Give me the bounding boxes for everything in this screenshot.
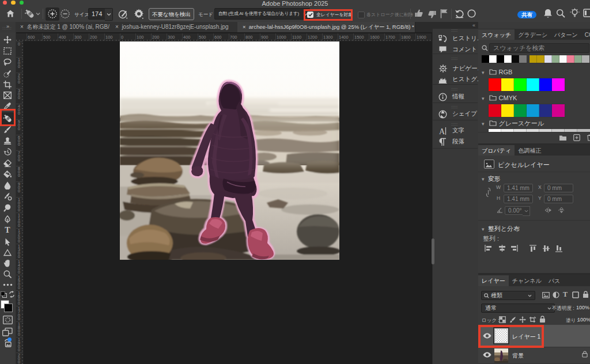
svg-text:A: A xyxy=(439,127,445,135)
